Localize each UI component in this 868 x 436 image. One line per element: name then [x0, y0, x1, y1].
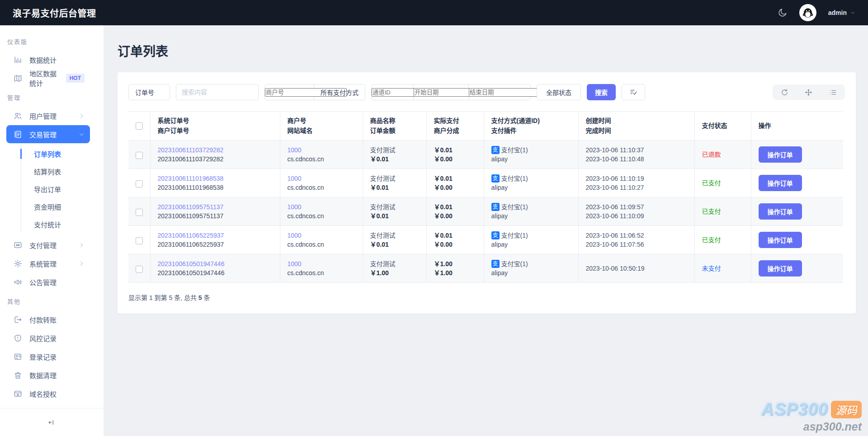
- sidebar-item-data-cleanup[interactable]: 数据清理: [6, 366, 90, 384]
- created-time: 2023-10-06 11:10:19: [586, 174, 687, 183]
- pay-method: 支付宝(1): [501, 145, 528, 155]
- pay-method: 支付宝(1): [501, 202, 528, 211]
- system-order-link[interactable]: 2023100610501947446: [158, 260, 225, 267]
- table-row: 2023100611103729282 2023100611103729282 …: [128, 141, 843, 169]
- section-label-dashboard: 仪表版: [0, 32, 104, 50]
- pay-method: 支付宝(1): [501, 231, 528, 240]
- paid-amount: ￥0.01: [434, 145, 476, 155]
- submenu-item-order-list[interactable]: 订单列表: [21, 145, 104, 163]
- merchant-id-link[interactable]: 1000: [288, 175, 302, 182]
- merchant-id-link[interactable]: 1000: [288, 203, 302, 211]
- watermark-badge: 源码: [831, 401, 862, 418]
- product-name: 支付测试: [370, 259, 419, 268]
- sidebar-item-login-records[interactable]: 登录记录: [6, 347, 90, 366]
- paid-amount: ￥0.01: [434, 231, 476, 240]
- status-badge: 未支付: [702, 265, 721, 272]
- sidebar-item-label: 数据清理: [29, 370, 57, 380]
- search-button[interactable]: 搜索: [587, 84, 616, 100]
- row-checkbox[interactable]: [136, 152, 143, 159]
- channel-date-group: [371, 84, 531, 100]
- topbar: 浪子易支付后台管理 admin: [0, 0, 868, 25]
- created-time: 2023-10-06 10:50:19: [586, 264, 687, 273]
- system-order-link[interactable]: 2023100611065225937: [158, 232, 224, 239]
- system-order-link[interactable]: 2023100611095751137: [158, 203, 224, 211]
- select-all-checkbox[interactable]: [136, 122, 143, 130]
- col-header-paid: 实际支付商户分成: [426, 112, 484, 141]
- chevron-down-icon: [850, 10, 855, 15]
- user-menu[interactable]: admin: [828, 9, 855, 16]
- submenu-item-settle-list[interactable]: 结算列表: [21, 163, 104, 180]
- avatar[interactable]: [799, 4, 816, 21]
- share-amount: ￥0.00: [434, 240, 476, 249]
- fullscreen-move-button[interactable]: [805, 89, 812, 96]
- pay-plugin: alipay: [491, 211, 571, 220]
- completed-time: 2023-10-06 11:07:56: [586, 240, 687, 249]
- sidebar-item-pay-manage[interactable]: 支付管理: [6, 236, 90, 254]
- pay-method: 支付宝(1): [501, 174, 528, 183]
- merchant-order-no: 2023100611065225937: [158, 240, 273, 249]
- alipay-icon: 支: [491, 174, 500, 183]
- sidebar-item-trade-manage[interactable]: 交易管理: [6, 125, 90, 143]
- sidebar-item-risk-records[interactable]: 风控记录: [6, 329, 90, 347]
- table-tools: [773, 84, 845, 100]
- sidebar-item-label: 风控记录: [29, 333, 57, 343]
- site-domain: cs.cdncos.cn: [288, 268, 355, 277]
- pay-plugin: alipay: [491, 155, 571, 164]
- sidebar-item-payout-transfer[interactable]: 付款转账: [6, 310, 90, 328]
- sidebar-item-announce-manage[interactable]: 公告管理: [6, 273, 90, 291]
- refresh-icon: [781, 89, 788, 96]
- refresh-button[interactable]: [781, 89, 788, 96]
- pay-method-select[interactable]: 所有支付方式: [314, 84, 365, 100]
- watermark-site: asp300.net: [761, 420, 862, 433]
- map-icon: [14, 74, 22, 83]
- app-title: 浪子易支付后台管理: [13, 6, 96, 19]
- system-order-link[interactable]: 2023100611101968538: [158, 175, 224, 182]
- site-domain: cs.cdncos.cn: [288, 155, 355, 164]
- pay-plugin: alipay: [491, 268, 571, 277]
- order-no-type-select[interactable]: 订单号: [128, 84, 170, 100]
- row-checkbox[interactable]: [136, 209, 143, 216]
- table-header-row: 系统订单号商户订单号 商户号网站域名 商品名称订单金额 实际支付商户分成 支付方…: [128, 112, 843, 141]
- status-select[interactable]: 全部状态: [537, 84, 581, 100]
- order-amount: ￥0.01: [370, 211, 419, 220]
- sidebar-item-user-manage[interactable]: 用户管理: [6, 107, 90, 125]
- moon-icon[interactable]: [778, 8, 788, 18]
- sidebar-item-data-stats[interactable]: 数据统计: [6, 51, 90, 69]
- status-badge: 已支付: [702, 236, 721, 244]
- merchant-order-no: 2023100611101968538: [158, 183, 273, 192]
- operate-order-button[interactable]: 操作订单: [759, 260, 802, 277]
- pay-plugin: alipay: [491, 240, 571, 249]
- filter-check-button[interactable]: [622, 84, 645, 100]
- search-input[interactable]: [176, 84, 258, 100]
- merchant-id-link[interactable]: 1000: [288, 232, 302, 239]
- alipay-icon: 支: [491, 231, 500, 239]
- sidebar: 仪表版 数据统计 地区数据统计 HOT 管理 用户管理: [0, 25, 104, 436]
- submenu-item-fund-details[interactable]: 资金明细: [21, 198, 104, 216]
- site-domain: cs.cdncos.cn: [288, 211, 355, 220]
- created-time: 2023-10-06 11:10:37: [586, 145, 687, 155]
- submenu-item-export-orders[interactable]: 导出订单: [21, 180, 104, 198]
- sidebar-collapse-button[interactable]: [0, 408, 104, 436]
- completed-time: 2023-10-06 11:10:48: [586, 155, 687, 164]
- system-order-link[interactable]: 2023100611103729282: [158, 146, 224, 154]
- alipay-icon: 支: [491, 146, 500, 154]
- col-header-status: 支付状态: [694, 112, 751, 141]
- submenu-item-pay-stats[interactable]: 支付统计: [21, 216, 104, 233]
- chevron-right-icon: [79, 113, 85, 119]
- merchant-id-link[interactable]: 1000: [288, 260, 302, 267]
- row-checkbox[interactable]: [136, 180, 143, 188]
- row-checkbox[interactable]: [136, 266, 143, 273]
- sidebar-item-system-manage[interactable]: 系统管理: [6, 254, 90, 272]
- operate-order-button[interactable]: 操作订单: [759, 203, 802, 220]
- watermark: ASP300 源码 asp300.net: [761, 400, 862, 433]
- columns-button[interactable]: [829, 89, 837, 96]
- table-row: 2023100610501947446 2023100610501947446 …: [128, 254, 843, 283]
- merchant-id-link[interactable]: 1000: [288, 146, 302, 154]
- sidebar-item-domain-license[interactable]: 域名授权: [6, 384, 90, 403]
- operate-order-button[interactable]: 操作订单: [759, 232, 802, 248]
- row-checkbox[interactable]: [136, 237, 143, 244]
- operate-order-button[interactable]: 操作订单: [759, 146, 802, 163]
- operate-order-button[interactable]: 操作订单: [759, 175, 802, 191]
- sidebar-item-region-stats[interactable]: 地区数据统计 HOT: [6, 69, 90, 87]
- sidebar-item-label: 地区数据统计: [29, 69, 58, 88]
